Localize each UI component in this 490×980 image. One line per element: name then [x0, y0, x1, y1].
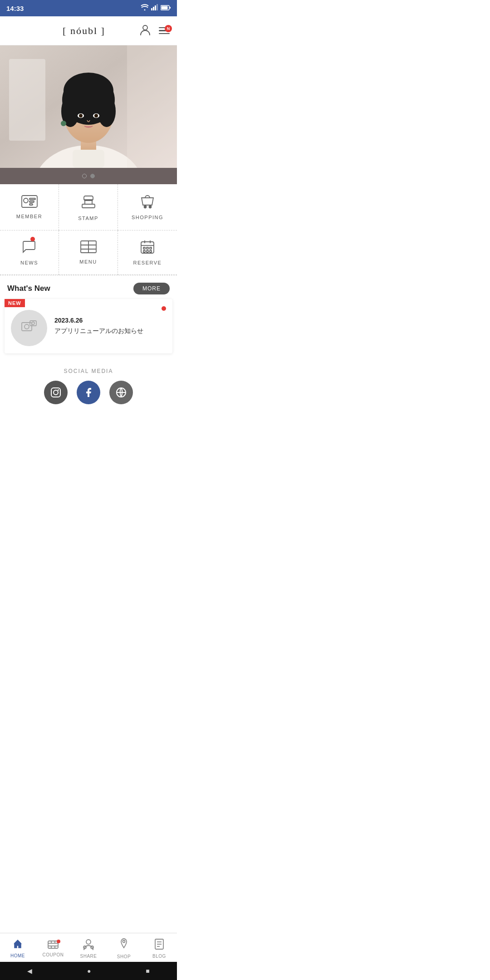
news-icon — [22, 240, 37, 256]
svg-point-20 — [94, 114, 98, 118]
hero-image — [0, 45, 177, 168]
grid-item-stamp[interactable]: STAMP — [59, 184, 118, 230]
svg-rect-45 — [143, 250, 145, 252]
more-button[interactable]: MORE — [133, 283, 170, 294]
social-media-section: SOCIAL MEDIA — [0, 361, 177, 409]
whats-new-header: What's New MORE — [0, 275, 177, 299]
status-icons — [141, 4, 171, 12]
menu-icon — [80, 240, 97, 255]
svg-point-54 — [58, 389, 59, 391]
globe-icon — [116, 387, 127, 398]
svg-point-33 — [149, 206, 152, 208]
carousel-dot-1[interactable] — [82, 174, 87, 178]
svg-point-53 — [54, 390, 58, 395]
svg-point-16 — [64, 73, 113, 109]
stamp-icon — [81, 193, 96, 212]
grid-item-news[interactable]: NEWS — [0, 230, 59, 275]
reserve-label: RESERVE — [133, 260, 162, 265]
grid-item-member[interactable]: MEMBER — [0, 184, 59, 230]
svg-point-19 — [79, 114, 83, 118]
stamp-label: STAMP — [78, 216, 98, 221]
svg-rect-1 — [153, 7, 154, 10]
svg-rect-2 — [155, 5, 156, 10]
svg-rect-23 — [127, 45, 177, 168]
app-logo: [ nóubl ] — [63, 25, 105, 37]
member-icon — [21, 195, 38, 210]
svg-rect-6 — [170, 7, 171, 9]
svg-rect-0 — [151, 8, 152, 10]
svg-rect-9 — [9, 59, 45, 141]
menu-badge: N — [165, 25, 172, 32]
svg-point-49 — [24, 324, 29, 329]
svg-point-32 — [144, 206, 147, 208]
hero-banner[interactable] — [0, 45, 177, 168]
svg-rect-47 — [150, 250, 152, 252]
reserve-icon — [140, 240, 155, 256]
svg-rect-43 — [147, 247, 148, 249]
whats-new-title: What's New — [7, 284, 50, 293]
svg-point-51 — [32, 322, 34, 324]
news-date: 2023.6.26 — [54, 317, 166, 324]
carousel-dots — [0, 168, 177, 184]
news-thumbnail — [11, 310, 47, 346]
svg-rect-3 — [157, 4, 158, 10]
news-label: NEWS — [20, 260, 38, 265]
svg-rect-46 — [147, 250, 148, 252]
facebook-icon — [83, 387, 94, 398]
svg-rect-42 — [143, 247, 145, 249]
news-card[interactable]: NEW 2023.6.26 アプリリニューアルのお知らせ — [5, 299, 172, 353]
header: [ nóubl ] N — [0, 16, 177, 45]
svg-point-21 — [61, 121, 66, 126]
shopping-icon — [140, 194, 155, 211]
instagram-button[interactable] — [44, 381, 68, 404]
social-icons-row — [0, 381, 177, 404]
wifi-icon — [141, 4, 149, 12]
menu-label: MENU — [79, 259, 97, 265]
news-badge: NEW — [5, 299, 25, 307]
web-button[interactable] — [109, 381, 133, 404]
svg-rect-26 — [29, 198, 35, 200]
svg-rect-44 — [150, 247, 152, 249]
instagram-icon — [50, 387, 61, 398]
status-bar: 14:33 — [0, 0, 177, 16]
header-actions: N — [139, 23, 170, 39]
svg-rect-28 — [29, 204, 33, 205]
signal-icon — [151, 4, 158, 12]
svg-rect-29 — [82, 204, 95, 208]
menu-button[interactable]: N — [159, 27, 170, 34]
svg-rect-27 — [29, 201, 34, 202]
news-text: アプリリニューアルのお知らせ — [54, 327, 166, 336]
svg-rect-52 — [51, 388, 60, 397]
svg-rect-5 — [162, 6, 168, 10]
grid-item-menu[interactable]: MENU — [59, 230, 118, 275]
news-unread-dot — [162, 306, 166, 311]
grid-menu: MEMBER STAMP SHOPPING — [0, 184, 177, 275]
member-label: MEMBER — [16, 214, 42, 219]
grid-item-shopping[interactable]: SHOPPING — [118, 184, 177, 230]
status-time: 14:33 — [6, 5, 24, 12]
svg-point-25 — [24, 198, 28, 203]
social-media-title: SOCIAL MEDIA — [0, 368, 177, 374]
news-notification-dot — [30, 237, 35, 241]
photo-icon — [21, 320, 37, 337]
svg-point-7 — [143, 25, 147, 30]
battery-icon — [161, 4, 171, 12]
grid-item-reserve[interactable]: RESERVE — [118, 230, 177, 275]
news-content: 2023.6.26 アプリリニューアルのお知らせ — [54, 317, 166, 336]
shopping-label: SHOPPING — [132, 215, 163, 220]
svg-rect-22 — [73, 150, 104, 168]
carousel-dot-2[interactable] — [90, 174, 95, 178]
user-icon[interactable] — [139, 23, 152, 39]
facebook-button[interactable] — [77, 381, 100, 404]
